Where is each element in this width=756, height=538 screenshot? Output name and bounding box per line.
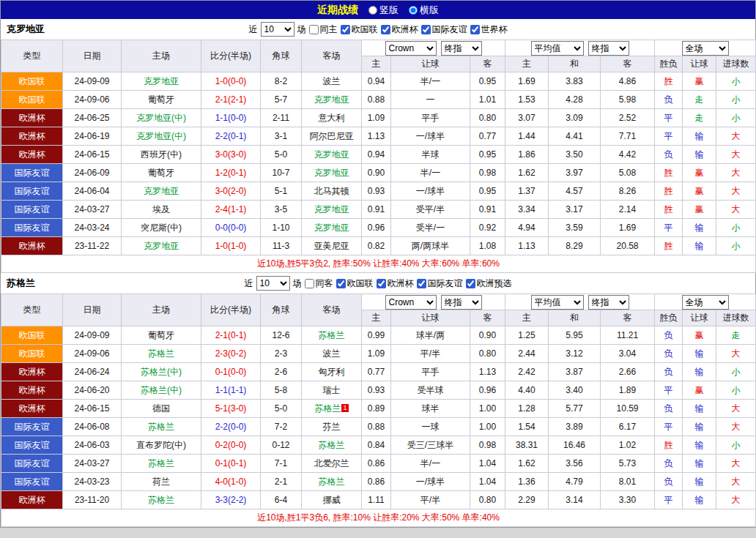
away-odds: 1.00 [470, 418, 505, 436]
comp-input[interactable] [341, 25, 350, 34]
match-row: 欧洲杯24-06-19克罗地亚(中)2-2(0-1)3-1阿尔巴尼亚1.13一/… [1, 127, 756, 146]
home-team: 苏格兰 [122, 345, 201, 363]
comp-checkbox[interactable]: 世界杯 [470, 23, 508, 36]
full-match-select[interactable]: 全场 [682, 295, 729, 310]
home-team: 葡萄牙 [122, 91, 201, 109]
away-odds: 0.95 [470, 72, 505, 91]
result-goals: 大 [716, 345, 756, 363]
avg-draw-odds: 3.14 [549, 491, 601, 509]
col-date: 日期 [63, 40, 122, 72]
match-date: 24-09-06 [63, 345, 122, 363]
average-select[interactable]: 平均值 [531, 295, 584, 310]
team-name: 克罗地亚 [7, 23, 45, 36]
away-team: 挪威 [302, 491, 362, 509]
result-goals: 大 [716, 491, 756, 509]
match-date: 24-06-09 [63, 164, 122, 182]
result-win-draw-loss: 胜 [655, 201, 683, 219]
handicap-line: 两/两球半 [391, 237, 470, 255]
corners: 2-3 [261, 345, 302, 363]
result-win-draw-loss: 负 [655, 455, 683, 473]
score: 0-0(0-0) [201, 219, 261, 237]
score: 2-1(2-1) [201, 91, 261, 109]
match-count-select[interactable]: 10 [261, 22, 294, 37]
result-win-draw-loss: 负 [655, 326, 683, 345]
avg-draw-odds: 3.83 [549, 72, 601, 91]
corners: 2-6 [261, 363, 302, 381]
handicap-line: 受三/三球半 [391, 436, 470, 455]
comp-input[interactable] [417, 279, 426, 288]
comp-input[interactable] [466, 279, 475, 288]
home-odds: 1.09 [362, 345, 391, 363]
layout-horizontal-option[interactable]: 横版 [409, 4, 439, 17]
comp-input[interactable] [421, 25, 431, 34]
bookmaker-select[interactable]: Crown [385, 295, 437, 310]
vertical-radio-label: 竖版 [379, 4, 399, 17]
avg-draw-odds: 3.89 [549, 418, 601, 436]
result-win-draw-loss: 胜 [655, 164, 683, 182]
result-handicap: 输 [683, 146, 716, 164]
avg-home-odds: 1.44 [505, 127, 549, 146]
odds-stage-select[interactable]: 终指 [441, 295, 482, 310]
avg-draw-odds: 5.77 [549, 400, 601, 418]
avg-away-odds: 6.17 [601, 418, 655, 436]
section-bar: 克罗地亚 近 10 场 同主 欧国联 欧洲杯 [1, 19, 755, 40]
competition-badge: 欧洲杯 [1, 400, 63, 418]
comp-checkbox[interactable]: 欧洲预选 [466, 277, 512, 290]
match-row: 国际友谊24-03-27埃及2-4(1-1)3-5克罗地亚0.91受平/半0.9… [1, 201, 756, 219]
comp-checkbox[interactable]: 欧洲杯 [377, 277, 414, 290]
away-team: 阿尔巴尼亚 [302, 127, 362, 146]
sub-wdl: 胜负 [655, 310, 683, 326]
match-date: 24-03-27 [63, 201, 122, 219]
comp-input[interactable] [470, 25, 480, 34]
comp-input[interactable] [377, 279, 386, 288]
col-type: 类型 [1, 294, 63, 326]
odds-stage-select[interactable]: 终指 [441, 41, 482, 56]
bookmaker-select[interactable]: Crown [385, 41, 437, 56]
average-group-header: 平均值 终指 [505, 294, 655, 310]
result-handicap: 赢 [683, 72, 716, 91]
same-venue-checkbox[interactable]: 同主 [309, 23, 338, 36]
average-select[interactable]: 平均值 [531, 41, 584, 56]
full-match-select[interactable]: 全场 [682, 41, 729, 56]
same-venue-checkbox[interactable]: 同客 [305, 277, 333, 290]
sub-handicap: 让球 [391, 310, 470, 326]
col-date: 日期 [63, 294, 122, 326]
horizontal-radio[interactable] [409, 6, 418, 15]
corners: 1-10 [261, 219, 302, 237]
home-team: 直布罗陀(中) [122, 436, 201, 455]
away-team: 苏格兰 [302, 473, 362, 491]
corners: 6-4 [261, 491, 302, 509]
average-stage-select[interactable]: 终指 [588, 295, 629, 310]
comp-checkbox[interactable]: 欧国联 [336, 277, 374, 290]
comp-checkbox[interactable]: 欧洲杯 [381, 23, 418, 36]
avg-home-odds: 3.07 [505, 109, 549, 127]
comp-checkbox[interactable]: 国际友谊 [421, 23, 467, 36]
avg-away-odds: 3.04 [601, 345, 655, 363]
match-row: 欧洲杯23-11-20苏格兰3-3(2-2)6-4挪威1.11平/半0.802.… [1, 491, 756, 509]
match-date: 24-09-06 [63, 91, 122, 109]
match-row: 国际友谊24-03-23荷兰4-0(1-0)2-1苏格兰0.86一/球半1.04… [1, 473, 756, 491]
sub-avg-draw: 和 [549, 56, 601, 72]
competition-badge: 国际友谊 [1, 455, 63, 473]
comp-checkbox[interactable]: 国际友谊 [417, 277, 463, 290]
sub-avg-away: 客 [601, 310, 655, 326]
layout-vertical-option[interactable]: 竖版 [368, 4, 399, 17]
comp-input[interactable] [336, 279, 346, 288]
average-stage-select[interactable]: 终指 [588, 41, 629, 56]
result-handicap: 赢 [683, 164, 716, 182]
sub-avg-home: 主 [505, 56, 549, 72]
same-venue-input[interactable] [309, 25, 319, 34]
home-odds: 0.88 [362, 418, 391, 436]
match-count-select[interactable]: 10 [256, 276, 290, 291]
comp-checkbox[interactable]: 欧国联 [341, 23, 378, 36]
competition-badge: 欧洲杯 [1, 237, 63, 255]
competition-badge: 欧洲杯 [1, 109, 63, 127]
avg-away-odds: 1.89 [601, 381, 655, 400]
section-bar: 苏格兰 近 10 场 同客 欧国联 欧洲杯 [1, 273, 755, 294]
same-venue-input[interactable] [305, 279, 314, 288]
vertical-radio[interactable] [368, 6, 377, 15]
result-win-draw-loss: 胜 [655, 436, 683, 455]
result-handicap: 走 [683, 109, 716, 127]
comp-input[interactable] [381, 25, 390, 34]
home-odds: 0.94 [362, 146, 391, 164]
